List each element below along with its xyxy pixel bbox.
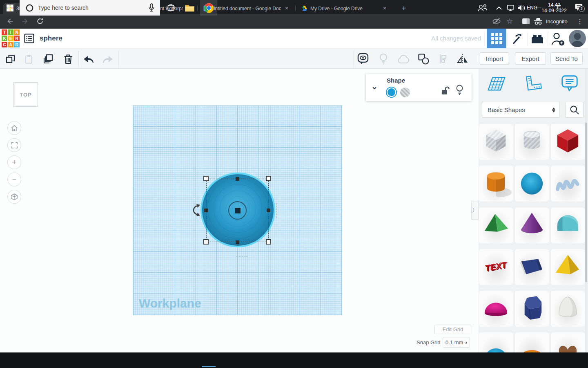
shape-tile-half-sphere[interactable] [479,291,513,327]
language-indicator[interactable]: ENG [526,0,538,16]
scale-handle-bottom-left[interactable] [203,239,209,245]
taskbar-search-input[interactable] [38,4,136,11]
zoom-in-button[interactable]: + [7,155,21,169]
delete-button[interactable] [62,53,74,65]
box-icon [551,124,585,160]
shape-tile-paraboloid[interactable] [551,291,585,327]
shape-tile-roof[interactable] [479,207,513,243]
ungroup-button[interactable] [417,53,430,65]
back-button[interactable] [4,16,16,27]
taskbar-clock[interactable]: 14:40 14-09-2022 [538,0,570,16]
shape-tile-round-roof[interactable] [551,207,585,243]
perspective-toggle-button[interactable] [7,190,21,204]
microphone-icon[interactable] [148,3,155,12]
undo-button[interactable] [82,53,95,65]
mirror-button[interactable] [457,53,469,65]
invite-people-button[interactable] [550,32,566,46]
export-button[interactable]: Export [515,52,546,65]
ruler-tool-button[interactable] [522,74,544,94]
scale-handle-top-left[interactable] [203,176,209,181]
shape-tile-dome[interactable] [479,332,513,352]
minecraft-export-button[interactable] [509,32,525,46]
tab-close-icon[interactable]: ✕ [283,6,290,11]
import-button[interactable]: Import [480,52,509,65]
scale-handle-left[interactable] [204,209,208,212]
home-view-button[interactable] [7,121,21,135]
shape-category-dropdown[interactable]: Basic Shapes [482,102,560,118]
edit-grid-button[interactable]: Edit Grid [434,325,471,334]
scale-handle-bottom-right[interactable] [266,239,271,245]
snap-grid-dropdown[interactable]: 0.1 mm ▴ [443,337,470,348]
chrome-taskbar-button[interactable] [200,0,217,16]
account-avatar[interactable] [569,30,586,47]
sidebar-scrollbar-thumb[interactable] [585,123,587,282]
forward-button[interactable] [20,16,31,27]
sidebar-collapse-handle[interactable]: 〉 [471,201,479,220]
copy-button[interactable] [4,53,16,65]
collapse-panel-chevron-icon[interactable]: ⌄ [371,82,378,91]
new-tab-button[interactable]: + [399,3,409,13]
trash-icon [62,53,74,65]
shape-tile-heart[interactable] [551,332,585,352]
paste-button[interactable] [22,53,35,65]
shape-tile-wedge[interactable] [515,249,549,285]
zoom-out-button[interactable]: − [7,173,21,186]
taskbar-search-box[interactable] [20,0,160,16]
view-3d-editor-button[interactable] [487,29,506,48]
light-view-button[interactable] [377,53,390,65]
redo-button[interactable] [102,53,114,65]
duplicate-button[interactable] [42,53,54,65]
scale-handle-bottom[interactable] [236,240,239,244]
transparent-swatch[interactable] [400,88,410,97]
tab-close-icon[interactable]: ✕ [381,6,388,11]
shape-tile-scribble[interactable] [551,166,585,202]
group-button[interactable] [397,53,410,65]
fit-view-button[interactable] [7,138,21,152]
toggle-workplane-button[interactable] [484,74,506,94]
browser-menu-kebab-icon[interactable]: ⋮ [574,16,586,27]
third-party-cookies-button[interactable] [491,16,502,27]
file-explorer-button[interactable] [181,0,198,16]
shape-tile-torus[interactable] [515,332,549,352]
hide-toggle-button[interactable] [456,85,463,97]
view-cube[interactable]: TOP [13,82,38,107]
action-center-button[interactable]: 3 [571,0,586,16]
task-view-button[interactable] [163,0,179,16]
clock-time: 14:40 [548,2,560,8]
side-panel-button[interactable] [520,16,532,27]
shape-inspector-panel: Shape ⌄ [366,74,472,101]
shape-tile-polygon[interactable] [515,291,549,327]
design-menu-button[interactable] [24,34,34,45]
shape-tile-text[interactable]: TEXT TEXT [479,249,513,285]
bookmark-star-icon[interactable]: ☆ [504,16,515,27]
show-all-button[interactable] [357,53,369,65]
start-button[interactable] [0,0,20,16]
tray-expand-button[interactable] [493,0,505,16]
shape-tile-cylinder-transparent[interactable] [515,124,549,160]
shape-tile-box[interactable] [551,124,585,160]
height-handle[interactable] [235,208,241,213]
shape-search-button[interactable] [565,102,584,118]
people-button[interactable] [474,0,491,16]
notes-tool-button[interactable] [559,74,581,94]
send-to-button[interactable]: Send To [550,52,583,65]
browser-tab-drive[interactable]: My Drive - Google Drive ✕ [297,3,391,14]
scale-handle-top[interactable] [236,177,239,181]
solid-color-swatch[interactable] [386,87,397,98]
shape-tile-box-transparent[interactable] [479,124,513,160]
align-button[interactable] [437,53,450,65]
shape-tile-cylinder[interactable] [479,166,513,202]
shape-tile-pyramid[interactable] [551,249,585,285]
scale-handle-top-right[interactable] [266,176,271,181]
tinkercad-logo[interactable]: T I N K E R C A D [2,29,20,48]
network-tray-button[interactable] [505,0,516,16]
shape-category-value: Basic Shapes [488,106,525,113]
lock-toggle-button[interactable] [441,86,450,97]
reload-button[interactable] [34,16,46,27]
shape-tile-sphere[interactable] [515,166,549,202]
rotate-handle[interactable] [191,203,202,219]
design-title[interactable]: sphere [40,34,62,43]
shape-tile-cone[interactable] [515,207,549,243]
brick-export-button[interactable] [529,32,546,46]
scale-handle-right[interactable] [267,209,270,212]
